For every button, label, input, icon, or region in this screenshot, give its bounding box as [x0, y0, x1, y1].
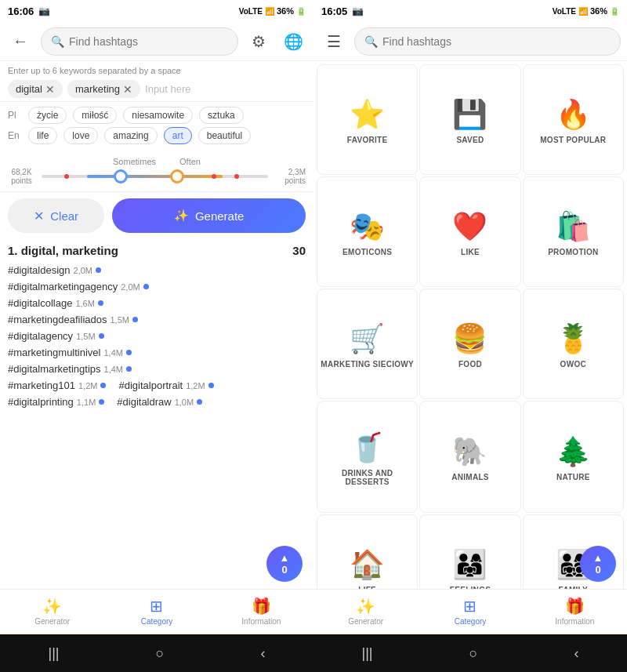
right-android-nav: ||| ○ ‹	[314, 634, 627, 672]
right-nav-generator[interactable]: ✨ Generator	[314, 597, 418, 626]
list-item[interactable]: #digitaldesign 2,0M	[8, 264, 101, 276]
left-android-menu[interactable]: |||	[49, 645, 60, 662]
search-input[interactable]	[69, 35, 228, 48]
right-nav-information[interactable]: 🎁 Information	[523, 597, 627, 626]
saved-label: SAVED	[456, 136, 484, 144]
hashtag-tag: #digitaldesign	[8, 264, 71, 276]
generate-button[interactable]: ✨ Generate	[112, 198, 306, 233]
right-nav-category[interactable]: ⊞ Category	[418, 597, 522, 626]
clear-x-icon: ✕	[34, 209, 44, 223]
right-nav-generator-label: Generator	[348, 617, 383, 626]
owoc-icon: 🍍	[556, 322, 591, 355]
hashtag-count: 1,1M	[77, 398, 96, 407]
category-grid: ⭐ FAVORITE 💾 SAVED 🔥 MOST POPULAR 🎭 EMOT…	[314, 61, 627, 672]
filter-button[interactable]: ⚙	[245, 27, 273, 56]
globe-button[interactable]: 🌐	[279, 27, 307, 56]
category-saved[interactable]: 💾 SAVED	[419, 64, 520, 175]
lang-chip-art[interactable]: art	[164, 127, 192, 144]
right-generator-icon: ✨	[356, 597, 375, 616]
left-panel: 16:06 📷 VoLTE 📶 36% 🔋 ← 🔍 ⚙ 🌐 Enter up t…	[0, 0, 314, 672]
left-nav-information[interactable]: 🎁 Information	[209, 597, 314, 626]
hashtag-dot	[143, 284, 149, 289]
remove-digital-button[interactable]: ✕	[45, 84, 55, 95]
results-title: 1. digital, marketing	[8, 244, 118, 257]
slider-thumb-orange[interactable]	[170, 169, 184, 183]
menu-button[interactable]: ☰	[320, 27, 348, 56]
list-item[interactable]: #marketingmultinivel 1,4M	[8, 347, 132, 358]
lang-chip-zycie[interactable]: życie	[28, 107, 67, 124]
promotion-label: PROMOTION	[548, 248, 598, 256]
search-box[interactable]: 🔍	[41, 27, 238, 56]
left-signal-bars: 📶	[265, 7, 274, 16]
left-nav-category[interactable]: ⊞ Category	[104, 597, 208, 626]
left-nav-generator[interactable]: ✨ Generator	[0, 597, 104, 626]
owoc-label: OWOC	[560, 360, 586, 369]
marketing-label: MARKETING SIECIOWY	[321, 360, 414, 369]
right-battery-icon: 🔋	[610, 7, 619, 16]
hint-text: Enter up to 6 keywords separated by a sp…	[8, 66, 306, 75]
category-promotion[interactable]: 🛍️ PROMOTION	[523, 176, 624, 287]
right-android-back[interactable]: ‹	[574, 645, 578, 662]
right-search-icon: 🔍	[364, 35, 378, 48]
right-search-input[interactable]	[382, 35, 611, 48]
hashtag-dot	[126, 366, 132, 372]
hashtag-dot	[197, 399, 202, 405]
tag-chip-digital[interactable]: digital ✕	[8, 80, 63, 98]
list-item[interactable]: #digitalmarketingagency 2,0M	[8, 281, 149, 292]
list-item[interactable]: #marketingdeafiliados 1,5M	[8, 314, 138, 325]
hashtag-row-8: #marketing101 1,2M #digitalportrait 1,2M	[8, 377, 306, 394]
right-android-home[interactable]: ○	[469, 645, 478, 662]
lang-pl-row: Pl życie miłość niesamowite sztuka	[8, 107, 306, 124]
information-icon: 🎁	[252, 597, 271, 616]
list-item[interactable]: #digitalcollage 1,6M	[8, 297, 103, 309]
slider-track[interactable]	[42, 175, 268, 178]
hashtag-count: 1,4M	[104, 365, 123, 374]
list-item[interactable]: #digitalportrait 1,2M	[118, 380, 213, 391]
clear-button[interactable]: ✕ Clear	[8, 198, 104, 233]
category-like[interactable]: ❤️ LIKE	[419, 176, 520, 287]
remove-marketing-button[interactable]: ✕	[123, 84, 132, 95]
popular-icon: 🔥	[556, 98, 591, 131]
slider-thumb-blue[interactable]	[114, 169, 128, 183]
category-food[interactable]: 🍔 FOOD	[419, 289, 520, 399]
right-search-box[interactable]: 🔍	[354, 27, 621, 56]
tag-chip-marketing[interactable]: marketing ✕	[67, 80, 140, 98]
right-status-bar: 16:05 📷 VoLTE 📶 36% 🔋	[314, 0, 627, 22]
list-item[interactable]: #digitalmarketingtips 1,4M	[8, 363, 132, 375]
category-owoc[interactable]: 🍍 OWOC	[523, 289, 624, 399]
category-marketing[interactable]: 🛒 MARKETING SIECIOWY	[317, 289, 418, 399]
slider-fill	[87, 175, 223, 178]
saved-icon: 💾	[452, 98, 487, 131]
right-android-menu[interactable]: |||	[362, 645, 373, 662]
lang-chip-life[interactable]: life	[28, 127, 57, 144]
left-android-back[interactable]: ‹	[260, 645, 265, 662]
lang-chip-sztuka[interactable]: sztuka	[199, 107, 244, 124]
category-drinks[interactable]: 🥤 DRINKS AND DESSERTS	[317, 401, 418, 513]
like-icon: ❤️	[452, 210, 487, 243]
list-item[interactable]: #marketing101 1,2M	[8, 380, 106, 391]
lang-chip-niesamowite[interactable]: niesamowite	[123, 107, 193, 124]
hashtag-dot	[100, 383, 106, 388]
category-favorite[interactable]: ⭐ FAVORITE	[317, 64, 418, 175]
list-item[interactable]: #digitalagency 1,5M	[8, 330, 104, 342]
lang-chip-love[interactable]: love	[63, 127, 98, 144]
hashtag-count: 1,5M	[110, 315, 129, 325]
left-fab-button[interactable]: ▲ 0	[266, 546, 303, 582]
category-emoticons[interactable]: 🎭 EMOTICONS	[317, 176, 418, 287]
category-animals[interactable]: 🐘 ANIMALS	[419, 401, 520, 513]
category-most-popular[interactable]: 🔥 MOST POPULAR	[523, 64, 624, 175]
list-item[interactable]: #digitalprinting 1,1M	[8, 396, 104, 408]
hashtag-dot	[98, 300, 103, 306]
lang-chip-beautiful[interactable]: beautiful	[198, 127, 251, 144]
right-battery: 36%	[590, 6, 607, 16]
category-icon: ⊞	[150, 597, 163, 616]
back-button[interactable]: ←	[6, 27, 34, 56]
lang-chip-milosc[interactable]: miłość	[73, 107, 117, 124]
marketing-icon: 🛒	[350, 322, 385, 355]
category-nature[interactable]: 🌲 NATURE	[523, 401, 624, 513]
list-item[interactable]: #digitaldraw 1,0M	[117, 396, 202, 408]
right-fab-button[interactable]: ▲ 0	[580, 546, 616, 582]
lang-chip-amazing[interactable]: amazing	[104, 127, 157, 144]
left-android-home[interactable]: ○	[156, 645, 165, 662]
back-icon: ←	[13, 32, 28, 50]
